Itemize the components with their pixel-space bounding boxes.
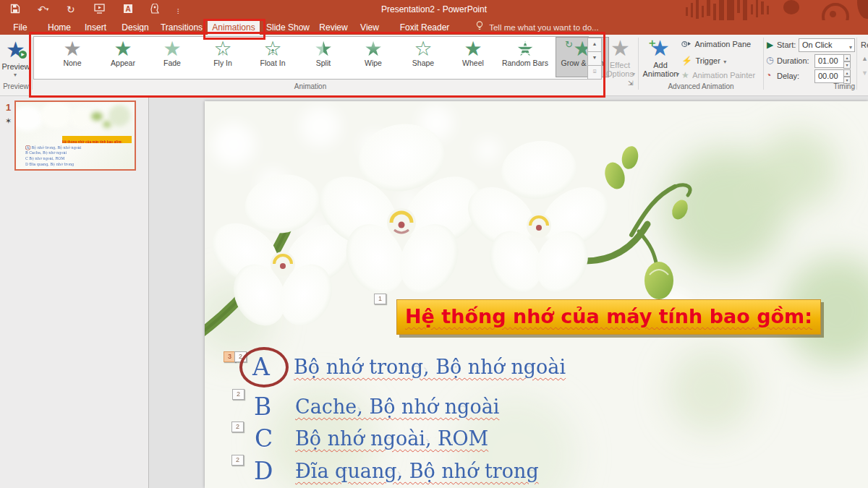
animation-pane-button[interactable]: Animation Pane (681, 39, 762, 49)
thumb-bokeh (109, 105, 130, 127)
trigger-label: Trigger (695, 56, 720, 65)
tab-review[interactable]: Review (317, 20, 350, 35)
answer-text-b[interactable]: Cache, Bộ nhớ ngoài (295, 395, 499, 418)
slide-thumbnail-panel: 1 ✶ Hệ thống nhớ của máy tính bao gồm: A… (0, 96, 149, 488)
turn-arrow-icon: ↻ (565, 39, 573, 50)
thumb-answer-text: Cache, Bộ nhớ ngoài (29, 151, 67, 155)
thumb-answer-letter: A (25, 145, 30, 150)
gallery-scroll-up-button[interactable]: ▲ (587, 38, 602, 52)
thumb-answer-text: Bộ nhớ ngoài, ROM (29, 157, 64, 161)
move-earlier-icon[interactable]: ▲ (861, 55, 868, 62)
timing-group-label: Timing (764, 82, 858, 90)
trigger-button[interactable]: ⚡ Trigger ▾ (681, 53, 762, 64)
ribbon: ★ ▶ Preview ▾ Preview ★ None ★ Appear ★ … (0, 35, 868, 96)
tab-insert[interactable]: Insert (80, 20, 111, 35)
animation-number-badge[interactable]: 1 (374, 294, 386, 304)
question-title-text: Hệ thống nhớ của máy tính bao gồm: (405, 305, 812, 328)
tab-animations[interactable]: Animations (208, 20, 260, 35)
answer-letter-c[interactable]: C (255, 424, 273, 453)
start-combobox[interactable]: On Click ▾ (799, 38, 855, 52)
move-later-icon[interactable]: ▼ (861, 69, 868, 77)
content-area: 1 ✶ Hệ thống nhớ của máy tính bao gồm: A… (0, 96, 868, 488)
thumb-flower (14, 106, 43, 131)
answer-letter-d[interactable]: D (254, 457, 273, 485)
up-arrow-icon: ↑ (221, 48, 225, 56)
slide-1-thumbnail[interactable]: Hệ thống nhớ của máy tính bao gồm: A Bộ … (14, 100, 136, 171)
question-title-box[interactable]: Hệ thống nhớ của máy tính bao gồm: (396, 299, 821, 335)
animation-number-badge[interactable]: 2 (231, 421, 244, 432)
thumb-bud (91, 112, 103, 121)
gallery-item-label: Wipe (350, 59, 396, 67)
thumb-answer-row: B Cache, Bộ nhớ ngoài (25, 151, 67, 155)
animation-number-badge[interactable]: 2 (231, 455, 244, 466)
tab-home[interactable]: Home (43, 20, 75, 35)
slide-canvas[interactable]: 1 3 2 2 2 2 Hệ thống nhớ của máy tính ba… (205, 101, 868, 488)
answer-letter-b[interactable]: B (254, 393, 271, 421)
play-icon: ▶ (767, 40, 773, 50)
duration-spinner[interactable]: ▴▾ (843, 54, 851, 69)
gallery-more-button[interactable]: ⍗ (587, 65, 602, 80)
preview-button[interactable]: Preview (0, 62, 32, 71)
delay-value: 00.00 (818, 72, 838, 80)
animation-painter-button[interactable]: ★ Animation Painter (681, 68, 762, 78)
tell-me-box[interactable]: Tell me what you want to do... (476, 20, 599, 35)
appear-animation-icon: ★ (100, 38, 146, 60)
tab-slide-show[interactable]: Slide Show (265, 20, 310, 35)
thumb-answer-row: C Bộ nhớ ngoài, ROM (25, 157, 64, 161)
start-dropdown-arrow[interactable]: ▾ (849, 42, 852, 53)
gallery-item-wheel[interactable]: ★ Wheel (450, 38, 496, 77)
tab-design[interactable]: Design (119, 20, 152, 35)
delay-spinbox[interactable]: 00.00 (814, 69, 846, 83)
thumb-answer-letter: B (25, 151, 28, 155)
gallery-item-float-in[interactable]: ☆ ⇡ Float In (250, 38, 296, 77)
preview-group: ★ ▶ Preview ▾ Preview (0, 35, 32, 95)
start-value: On Click (802, 40, 833, 49)
split-animation-icon: ★ (300, 38, 346, 60)
trigger-dropdown-arrow: ▾ (723, 59, 726, 65)
gallery-item-split[interactable]: ★ Split (300, 38, 346, 77)
gallery-item-random-bars[interactable]: ★ Random Bars (497, 38, 553, 77)
effect-options-button[interactable]: ★ Effect Options ▾ (603, 35, 637, 95)
answer-text-c[interactable]: Bộ nhớ ngoài, ROM (295, 427, 488, 450)
animation-number-badge[interactable]: 2 (232, 389, 244, 400)
thumb-flower (69, 108, 94, 128)
gallery-item-shape[interactable]: ☆ Shape (400, 38, 446, 77)
gallery-item-label: Appear (100, 59, 146, 67)
trigger-lightning-icon: ⚡ (681, 56, 692, 66)
add-animation-button[interactable]: ★ ＋ Add Animation ▾ (641, 35, 680, 81)
duration-value: 01.00 (818, 56, 838, 65)
duration-clock-icon: ◷ (766, 55, 773, 65)
effect-options-star-icon: ★ (610, 38, 630, 59)
gallery-item-fade[interactable]: ★ Fade (149, 38, 195, 77)
effect-options-label-1: Effect (603, 61, 637, 69)
duration-spinbox[interactable]: 01.00 (814, 54, 846, 68)
wheel-animation-icon: ★ (450, 38, 496, 60)
gallery-item-wipe[interactable]: ★ Wipe (350, 38, 396, 77)
thumb-answer-letter: C (25, 157, 28, 161)
delay-label: Delay: (777, 72, 799, 80)
thumb-answer-text: Đĩa quang, Bộ nhớ trong (30, 163, 75, 167)
preview-dropdown-arrow[interactable]: ▾ (14, 72, 17, 78)
plus-icon: ＋ (647, 36, 658, 50)
gallery-scroll-down-button[interactable]: ▼ (587, 51, 602, 66)
answer-text-d[interactable]: Đĩa quang, Bộ nhớ trong (295, 460, 539, 482)
animation-painter-star-icon: ★ (681, 70, 689, 80)
thumb-title-strip: Hệ thống nhớ của máy tính bao gồm: (62, 136, 132, 143)
answer-text-a[interactable]: Bộ nhớ trong, Bộ nhớ ngoài (294, 356, 566, 378)
thumb-answer-letter: D (25, 163, 28, 167)
tab-transitions[interactable]: Transitions (159, 20, 204, 35)
tab-view[interactable]: View (356, 20, 383, 35)
gallery-item-fly-in[interactable]: ☆ ↑ Fly In (200, 38, 246, 77)
gallery-item-appear[interactable]: ★ Appear (100, 38, 146, 77)
wipe-animation-icon: ★ (350, 38, 396, 60)
delay-spinner[interactable]: ▴▾ (843, 69, 851, 84)
tab-file[interactable]: File (7, 20, 33, 35)
gallery-item-label: Split (300, 59, 346, 67)
animation-group-label: Animation (33, 82, 587, 90)
animation-indicator-star-icon: ✶ (5, 116, 12, 126)
preview-group-label: Preview (0, 82, 32, 90)
tab-foxit-reader-pdf[interactable]: Foxit Reader PDF (391, 20, 459, 35)
duration-label: Duration: (777, 56, 809, 65)
gallery-item-none[interactable]: ★ None (49, 38, 95, 77)
add-animation-dropdown-arrow: ▾ (676, 71, 679, 77)
